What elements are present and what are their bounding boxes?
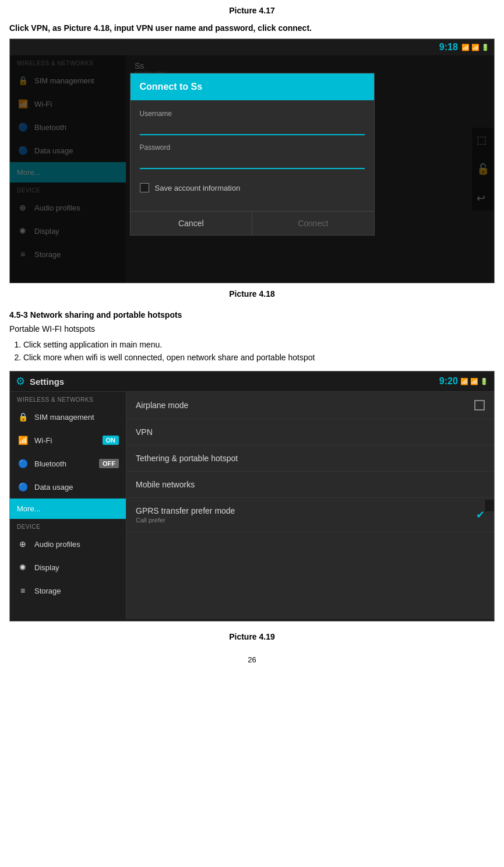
screenshot-2: ⚙ Settings 9:20 📶 📶 🔋 WIRELESS & NETWORK…	[9, 371, 495, 622]
caption-2: Picture 4.19	[0, 626, 504, 647]
sidebar2-item-more[interactable]: More...	[10, 499, 126, 519]
sidebar2-item-sim[interactable]: 🔒 SIM management	[10, 405, 126, 429]
settings-title-bar: ⚙ Settings 9:20 📶 📶 🔋	[10, 371, 494, 392]
settings-title-icon: ⚙	[16, 375, 25, 388]
sidebar2-item-bluetooth[interactable]: 🔵 Bluetooth OFF	[10, 452, 126, 475]
menu-item-vpn[interactable]: VPN	[126, 419, 494, 445]
airplane-text: Airplane mode	[136, 401, 188, 410]
menu-item-mobile[interactable]: Mobile networks	[126, 472, 494, 498]
airplane-checkbox[interactable]	[474, 400, 485, 410]
dialog-body: Username Password Save account informati…	[131, 100, 374, 211]
menu-item-airplane[interactable]: Airplane mode	[126, 392, 494, 419]
dialog-header: Connect to Ss	[131, 73, 374, 100]
list-item-2: Click more when wifi is well connected, …	[23, 351, 495, 364]
sidebar2-item-audio[interactable]: ⊕ Audio profiles	[10, 532, 126, 556]
gprs-check-icon: ✔	[476, 508, 485, 521]
username-label: Username	[140, 110, 365, 118]
dialog-buttons: Cancel Connect	[131, 211, 374, 235]
sidebar2-section-device: DEVICE	[10, 519, 126, 532]
caption-1: Picture 4.18	[0, 283, 504, 304]
body-text: Portable WI-FI hotspots	[0, 322, 504, 336]
save-checkbox-label: Save account information	[155, 184, 241, 192]
data2-label: Data usage	[34, 483, 73, 492]
list-item-1: Click setting application in main menu.	[23, 338, 495, 351]
gprs-sub: Call prefer	[136, 517, 235, 524]
status-bar-1: 9:18 📶 📶 🔋	[10, 39, 494, 55]
settings-layout-2: WIRELESS & NETWORKS 🔒 SIM management 📶 W…	[10, 392, 494, 619]
bluetooth-toggle[interactable]: OFF	[99, 459, 119, 468]
audio2-icon: ⊕	[17, 538, 29, 550]
wifi-toggle[interactable]: ON	[103, 436, 119, 445]
sidebar2-item-wifi[interactable]: 📶 Wi-Fi ON	[10, 429, 126, 452]
settings-status-time: 9:20	[439, 376, 458, 387]
settings-status-icons: 📶 📶 🔋	[460, 378, 488, 385]
password-label: Password	[140, 143, 365, 152]
dialog-overlay: Connect to Ss Username Password Save acc…	[10, 55, 494, 283]
sidebar-2: WIRELESS & NETWORKS 🔒 SIM management 📶 W…	[10, 392, 126, 619]
status-icons-1: 📶 📶 🔋	[461, 44, 489, 51]
connect-button[interactable]: Connect	[252, 212, 374, 235]
menu-item-tethering[interactable]: Tethering & portable hotspot	[126, 445, 494, 472]
sidebar2-item-data[interactable]: 🔵 Data usage	[10, 475, 126, 499]
instruction-text: Click VPN, as Picture 4.18, input VPN us…	[0, 19, 504, 38]
mobile-text: Mobile networks	[136, 480, 195, 489]
tethering-text: Tethering & portable hotspot	[136, 454, 238, 463]
screenshot-1: 9:18 📶 📶 🔋 WIRELESS & NETWORKS 🔒 SIM man…	[9, 38, 495, 283]
sidebar2-section-wireless: WIRELESS & NETWORKS	[10, 392, 126, 405]
settings-title-text: Settings	[30, 377, 64, 387]
vpn-text: VPN	[136, 427, 153, 437]
sidebar2-item-storage[interactable]: ≡ Storage	[10, 579, 126, 602]
cancel-button[interactable]: Cancel	[131, 212, 252, 235]
bluetooth2-icon: 🔵	[17, 458, 29, 469]
sim2-icon: 🔒	[17, 411, 29, 423]
wifi2-icon: 📶	[17, 434, 29, 446]
section-heading: 4.5-3 Network sharing and portable hotsp…	[0, 304, 504, 322]
password-input[interactable]	[140, 154, 365, 169]
side-icons-2	[484, 500, 494, 511]
username-input[interactable]	[140, 120, 365, 135]
storage2-label: Storage	[34, 587, 61, 595]
more2-label: More...	[17, 504, 40, 513]
data2-icon: 🔵	[17, 481, 29, 493]
page-number: 26	[0, 647, 504, 672]
save-checkbox-row: Save account information	[140, 183, 365, 192]
display2-icon: ✺	[17, 561, 29, 573]
main-content-2: Airplane mode VPN Tethering & portable h…	[126, 392, 494, 619]
sim2-label: SIM management	[34, 413, 94, 422]
status-time-1: 9:18	[439, 42, 458, 52]
display2-label: Display	[34, 563, 59, 572]
wifi2-label: Wi-Fi	[34, 436, 52, 445]
bluetooth2-label: Bluetooth	[34, 459, 66, 468]
audio2-label: Audio profiles	[34, 540, 80, 549]
dialog-title: Connect to Ss	[140, 82, 203, 92]
menu-item-gprs[interactable]: GPRS transfer prefer mode Call prefer ✔	[126, 498, 494, 532]
gprs-text: GPRS transfer prefer mode	[136, 506, 235, 515]
numbered-list: Click setting application in main menu. …	[0, 336, 504, 366]
page-title-1: Picture 4.17	[0, 0, 504, 19]
connect-dialog: Connect to Ss Username Password Save acc…	[130, 73, 375, 236]
storage2-icon: ≡	[17, 585, 29, 596]
save-checkbox[interactable]	[140, 183, 149, 192]
sidebar2-item-display[interactable]: ✺ Display	[10, 556, 126, 579]
